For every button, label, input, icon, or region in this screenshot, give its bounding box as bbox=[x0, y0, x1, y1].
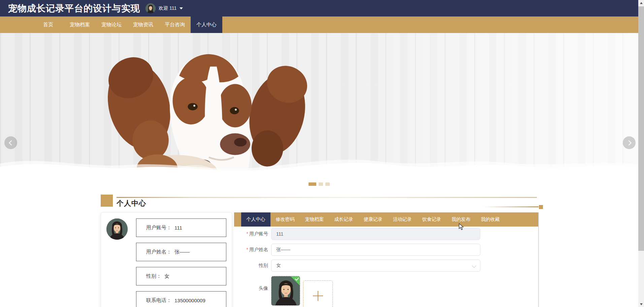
user-menu[interactable]: 欢迎 111 bbox=[146, 3, 183, 13]
form-row-avatar: 头像 bbox=[234, 275, 538, 307]
nav-item-pet-news[interactable]: 宠物资讯 bbox=[127, 16, 159, 33]
form-label: *用户账号 bbox=[234, 231, 271, 237]
carousel-prev-button[interactable] bbox=[4, 136, 17, 149]
chevron-down-icon bbox=[472, 264, 476, 268]
nav-item-personal-center[interactable]: 个人中心 bbox=[191, 16, 222, 33]
field-label: 联系电话： bbox=[146, 297, 171, 304]
tab-my-posts[interactable]: 我的发布 bbox=[446, 212, 476, 227]
tab-activity-records[interactable]: 活动记录 bbox=[388, 212, 417, 227]
gold-line-decoration bbox=[117, 197, 537, 198]
nav-item-pet-archive[interactable]: 宠物档案 bbox=[64, 16, 96, 33]
form-label: 头像 bbox=[234, 285, 271, 292]
name-input[interactable]: 张—— bbox=[271, 244, 480, 256]
nav-item-pet-forum[interactable]: 宠物论坛 bbox=[96, 16, 127, 33]
account-input: 111 bbox=[271, 228, 480, 240]
personal-info-form: *用户账号 111 *用户姓名 张—— 性别 女 bbox=[234, 227, 538, 307]
tab-my-favorites[interactable]: 我的收藏 bbox=[476, 212, 505, 227]
field-value: 张—— bbox=[174, 249, 190, 255]
form-row-gender: 性别 女 bbox=[234, 260, 538, 272]
profile-summary-card: 用户账号： 111 用户姓名： 张—— 性别： 女 联系电话： 13500000… bbox=[101, 212, 232, 307]
field-label: 用户账号： bbox=[146, 225, 171, 231]
tab-bar: 个人中心 修改密码 宠物档案 成长记录 健康记录 活动记录 饮食记录 我的发布 … bbox=[234, 212, 538, 227]
uploaded-avatar-thumbnail[interactable] bbox=[271, 276, 300, 306]
form-row-name: *用户姓名 张—— bbox=[234, 244, 538, 256]
user-avatar[interactable] bbox=[146, 3, 156, 13]
hero-carousel bbox=[0, 33, 638, 176]
app-header: 宠物成长记录平台的设计与实现 欢迎 111 bbox=[0, 0, 638, 16]
profile-field-phone: 联系电话： 13500000009 bbox=[136, 291, 226, 307]
gold-square-small-decoration bbox=[539, 205, 543, 209]
upload-success-check-icon bbox=[291, 276, 300, 285]
tab-diet-records[interactable]: 饮食记录 bbox=[417, 212, 446, 227]
tab-personal-center[interactable]: 个人中心 bbox=[241, 212, 270, 227]
profile-fields: 用户账号： 111 用户姓名： 张—— 性别： 女 联系电话： 13500000… bbox=[136, 218, 226, 307]
welcome-text: 欢迎 111 bbox=[159, 5, 176, 11]
carousel-dot[interactable] bbox=[309, 182, 316, 186]
field-value: 111 bbox=[174, 225, 182, 231]
profile-avatar bbox=[106, 218, 128, 240]
form-label: 性别 bbox=[234, 263, 271, 269]
browser-scrollbar[interactable] bbox=[638, 0, 644, 307]
section-header: 个人中心 bbox=[101, 195, 543, 208]
form-row-account: *用户账号 111 bbox=[234, 228, 538, 240]
tab-pet-archive[interactable]: 宠物档案 bbox=[300, 212, 329, 227]
field-value: 13500000009 bbox=[174, 298, 205, 303]
gender-select[interactable]: 女 bbox=[271, 260, 480, 272]
chevron-right-icon bbox=[626, 140, 632, 145]
tab-growth-records[interactable]: 成长记录 bbox=[329, 212, 358, 227]
tab-health-records[interactable]: 健康记录 bbox=[358, 212, 388, 227]
carousel-next-button[interactable] bbox=[623, 136, 636, 149]
hero-wave-decoration bbox=[0, 152, 638, 176]
profile-field-gender: 性别： 女 bbox=[136, 267, 226, 285]
profile-field-name: 用户姓名： 张—— bbox=[136, 243, 226, 261]
page-title: 宠物成长记录平台的设计与实现 bbox=[8, 2, 140, 14]
page: 宠物成长记录平台的设计与实现 欢迎 111 首页 宠物档案 宠物论坛 宠物资讯 … bbox=[0, 0, 638, 307]
caret-down-icon bbox=[180, 7, 183, 9]
nav-item-home[interactable]: 首页 bbox=[32, 16, 64, 33]
form-label: *用户姓名 bbox=[234, 247, 271, 253]
main-content: 用户账号： 111 用户姓名： 张—— 性别： 女 联系电话： 13500000… bbox=[101, 212, 638, 307]
required-marker: * bbox=[247, 247, 248, 252]
scrollbar-down-arrow[interactable] bbox=[638, 301, 644, 307]
carousel-dot[interactable] bbox=[319, 182, 323, 186]
avatar-upload-button[interactable] bbox=[303, 280, 333, 307]
chevron-left-icon bbox=[9, 140, 14, 145]
plus-icon bbox=[313, 291, 323, 301]
section-title: 个人中心 bbox=[117, 199, 146, 208]
carousel-dot[interactable] bbox=[325, 182, 330, 186]
carousel-indicators bbox=[0, 176, 638, 189]
gold-line-right-decoration bbox=[483, 206, 539, 207]
scrollbar-up-arrow[interactable] bbox=[638, 0, 644, 6]
field-label: 用户姓名： bbox=[146, 249, 171, 255]
field-label: 性别： bbox=[146, 273, 161, 279]
tab-change-password[interactable]: 修改密码 bbox=[270, 212, 300, 227]
field-value: 女 bbox=[164, 273, 169, 279]
scrollbar-thumb[interactable] bbox=[638, 6, 644, 251]
personal-center-panel: 个人中心 修改密码 宠物档案 成长记录 健康记录 活动记录 饮食记录 我的发布 … bbox=[234, 212, 539, 307]
required-marker: * bbox=[247, 231, 248, 236]
nav-item-platform-consult[interactable]: 平台咨询 bbox=[159, 16, 191, 33]
main-nav: 首页 宠物档案 宠物论坛 宠物资讯 平台咨询 个人中心 bbox=[0, 16, 638, 33]
gold-square-decoration bbox=[101, 195, 113, 207]
profile-field-account: 用户账号： 111 bbox=[136, 218, 226, 237]
